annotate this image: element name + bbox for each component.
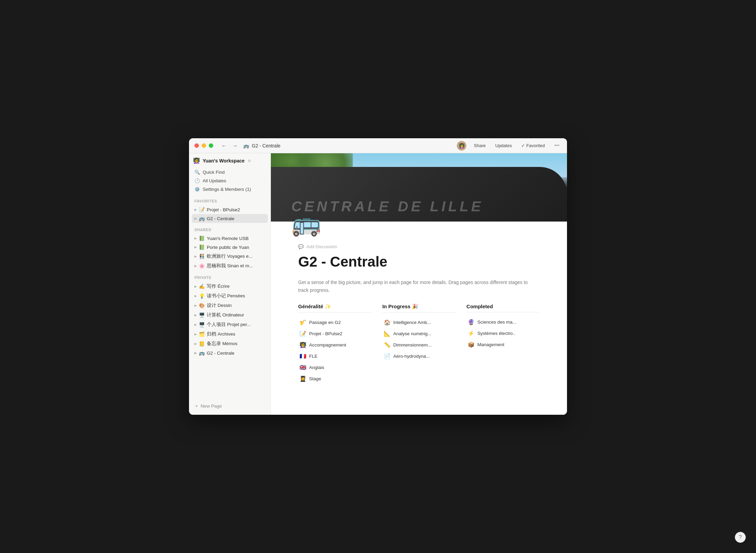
search-icon: 🔍	[194, 170, 200, 175]
more-options-button[interactable]: ···	[552, 141, 562, 151]
item-emoji: 📒	[199, 341, 205, 346]
item-emoji: 📏	[384, 342, 391, 348]
new-page-button[interactable]: + New Page	[192, 401, 268, 411]
minimize-button[interactable]	[202, 143, 206, 148]
sidebar-item-pensees[interactable]: ▶ 💡 读书小记 Pensées	[192, 291, 268, 301]
item-emoji: 🎨	[199, 303, 205, 308]
sidebar-item-sinan[interactable]: ▶ 🌸 思楠和我 Sinan et m...	[192, 261, 268, 271]
item-label: G2 - Centrale	[207, 351, 265, 356]
column-item-passage[interactable]: 🎷 Passage en G2	[298, 317, 372, 328]
column-generalite: Généralité ✨ 🎷 Passage en G2 📝 Projet - …	[298, 303, 372, 384]
chevron-icon: ▶	[194, 313, 197, 317]
sidebar-item-memos[interactable]: ▶ 📒 备忘录 Mémos	[192, 339, 268, 349]
item-emoji: 📝	[300, 330, 306, 337]
column-item-anglais[interactable]: 🇬🇧 Anglais	[298, 362, 372, 373]
favorites-items: ▶ 📝 Projet - BPulse2 ▶ 🚌 G2 - Centrale	[189, 204, 271, 224]
close-button[interactable]	[194, 143, 199, 148]
cover-text: CENTRALE DE LILLE	[291, 198, 567, 215]
item-label: Projet - BPulse2	[207, 207, 265, 212]
sidebar-item-voyages[interactable]: ▶ 👫 欧洲旅行 Voyages e...	[192, 252, 268, 261]
back-button[interactable]: ←	[220, 142, 228, 150]
page-body: 💬 Add Discussion G2 - Centrale Get a sen…	[271, 239, 567, 398]
item-emoji: 🚌	[199, 350, 205, 356]
item-emoji: 🔮	[468, 319, 475, 325]
item-label: Dimmensionnem...	[393, 342, 432, 348]
share-button[interactable]: Share	[472, 142, 488, 150]
item-emoji: 🌸	[199, 263, 205, 269]
item-label: 归档 Archives	[207, 331, 265, 337]
column-item-intelligence[interactable]: 🏠 Intelligence Amb...	[382, 317, 456, 328]
forward-button[interactable]: →	[231, 142, 239, 150]
add-discussion-label: Add Discussion	[306, 244, 337, 249]
item-label: Systèmes électro..	[477, 331, 515, 336]
chevron-icon: ▶	[194, 237, 197, 240]
column-item-accompagnement[interactable]: 👩‍🏫 Accompagnement	[298, 339, 372, 351]
all-updates-item[interactable]: 🕐 All Updates	[192, 176, 268, 185]
item-emoji: 🚌	[199, 216, 205, 221]
settings-label: Settings & Members (1)	[203, 187, 251, 192]
clock-icon: 🕐	[194, 178, 200, 183]
quick-find-item[interactable]: 🔍 Quick Find	[192, 168, 268, 176]
item-emoji: 🇫🇷	[300, 353, 306, 359]
item-emoji: 🏠	[384, 319, 391, 326]
column-item-dimmension[interactable]: 📏 Dimmensionnem...	[382, 339, 456, 351]
column-item-stage[interactable]: 👩‍🎓 Stage	[298, 373, 372, 384]
item-emoji: 📗	[199, 236, 205, 241]
item-emoji: 📦	[468, 341, 475, 348]
sidebar-item-porte-public[interactable]: ▶ 📗 Porte public de Yuan	[192, 243, 268, 252]
settings-item[interactable]: ⚙️ Settings & Members (1)	[192, 185, 268, 194]
item-emoji: 🖥️	[199, 322, 205, 327]
gear-icon: ⚙️	[194, 187, 200, 192]
item-emoji: 💡	[199, 293, 205, 299]
item-emoji: 👩‍🎓	[300, 375, 306, 382]
column-completed: Completed 🔮 Sciences des ma... ⚡ Système…	[466, 303, 540, 384]
sidebar-item-g2-centrale[interactable]: ▶ 🚌 G2 - Centrale	[192, 214, 268, 223]
chevron-icon: ▶	[194, 304, 197, 307]
chevron-icon: ▶	[194, 245, 197, 249]
titlebar-page-title: G2 - Centrale	[252, 143, 280, 148]
chevron-icon: ▶	[194, 323, 197, 326]
item-label: Anglais	[309, 365, 324, 370]
new-page-label: New Page	[201, 403, 222, 409]
column-item-systemes[interactable]: ⚡ Systèmes électro..	[466, 328, 540, 339]
column-item-analyse[interactable]: 📐 Analyse numérig...	[382, 328, 456, 339]
workspace-chevron-icon: ◇	[248, 159, 251, 162]
favorites-section-label: FAVORITES	[189, 195, 271, 204]
item-label: 欧洲旅行 Voyages e...	[207, 253, 265, 259]
sidebar-item-g2-private[interactable]: ▶ 🚌 G2 - Centrale	[192, 349, 268, 357]
favorited-button[interactable]: ✓ Favorited	[519, 142, 547, 150]
item-label: Sciences des ma...	[477, 320, 516, 325]
sidebar-item-archives[interactable]: ▶ 🗂️ 归档 Archives	[192, 329, 268, 339]
item-label: G2 - Centrale	[207, 216, 265, 221]
column-generalite-header: Généralité ✨	[298, 303, 372, 313]
sidebar-item-projet-per[interactable]: ▶ 🖥️ 个人项目 Projet per...	[192, 320, 268, 329]
item-emoji: 🎷	[300, 319, 306, 326]
column-item-management[interactable]: 📦 Management	[466, 339, 540, 350]
add-discussion-button[interactable]: 💬 Add Discussion	[298, 244, 540, 249]
comment-icon: 💬	[298, 244, 304, 249]
column-item-sciences[interactable]: 🔮 Sciences des ma...	[466, 316, 540, 328]
shared-items: ▶ 📗 Yuan's Remote USB ▶ 📗 Porte public d…	[189, 233, 271, 271]
sidebar-item-projet-bpulse2[interactable]: ▶ 📝 Projet - BPulse2	[192, 205, 268, 214]
shared-section-label: SHARED	[189, 224, 271, 233]
sidebar-item-dessin[interactable]: ▶ 🎨 设计 Dessin	[192, 301, 268, 310]
chevron-icon: ▶	[194, 255, 197, 258]
fullscreen-button[interactable]	[209, 143, 213, 148]
workspace-selector[interactable]: 👩‍🏫 Yuan's Workspace ◇	[189, 153, 271, 167]
sidebar-item-ordinateur[interactable]: ▶ 🖥️ 计算机 Ordinateur	[192, 310, 268, 320]
page-title: G2 - Centrale	[298, 253, 540, 270]
help-button[interactable]: ?	[735, 532, 746, 543]
avatar: 👩‍🏫	[457, 141, 466, 151]
item-label: Accompagnement	[309, 342, 346, 348]
column-item-fle[interactable]: 🇫🇷 FLE	[298, 351, 372, 362]
sidebar-item-ecrire[interactable]: ▶ ✍️ 写作 Écrire	[192, 282, 268, 291]
sidebar-item-remote-usb[interactable]: ▶ 📗 Yuan's Remote USB	[192, 234, 268, 243]
column-in-progress-header: In Progress 🎉	[382, 303, 456, 313]
main-content: CENTRALE DE LILLE 🚌 💬 Add Discussion G2 …	[271, 153, 567, 415]
workspace-label: Yuan's Workspace	[203, 158, 245, 164]
column-item-aero[interactable]: 📄 Aéro-hydrodyna...	[382, 351, 456, 362]
sidebar-nav: 🔍 Quick Find 🕐 All Updates ⚙️ Settings &…	[189, 167, 271, 195]
column-item-bpulse2[interactable]: 📝 Projet - BPulse2	[298, 328, 372, 339]
updates-button[interactable]: Updates	[493, 142, 514, 150]
page-title-bar: 🚌 G2 - Centrale	[243, 143, 457, 148]
